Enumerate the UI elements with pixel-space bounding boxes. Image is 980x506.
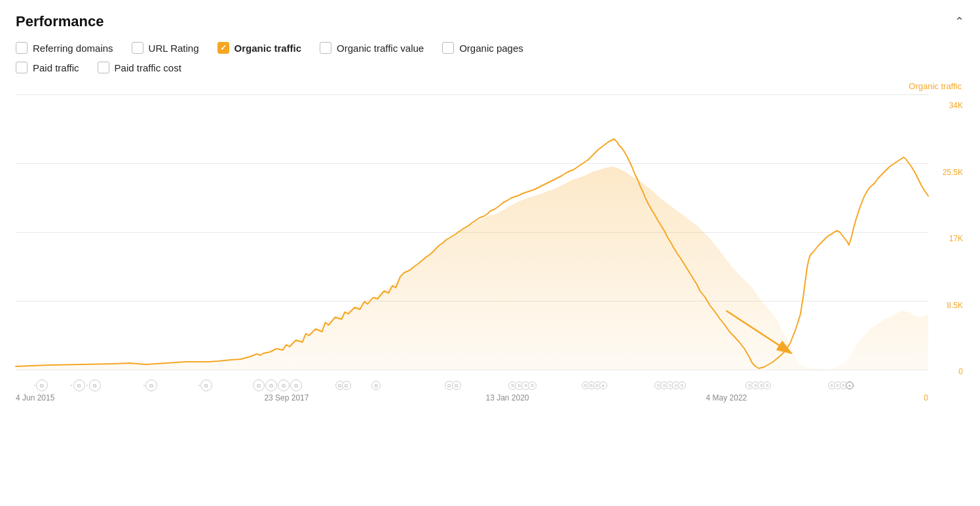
event-group-12: G G G G	[745, 381, 771, 389]
event-group-9: G G G G	[508, 381, 537, 390]
label-url-rating: URL Rating	[149, 43, 199, 54]
x-label-2022: 4 May 2022	[706, 393, 747, 402]
filter-row-2: Paid traffic Paid traffic cost	[16, 62, 964, 73]
chart-inner: G G G G G G G	[16, 94, 928, 370]
label-organic-traffic-value: Organic traffic value	[337, 43, 424, 54]
y-label-25k: 25.5K	[943, 168, 964, 177]
event-group-1: G	[34, 380, 48, 391]
event-group-6: G G	[335, 381, 351, 390]
y-label-17k: 17K	[949, 234, 964, 243]
chart-svg	[16, 94, 928, 370]
event-group-10: G G G a	[582, 381, 607, 389]
event-group-7: G	[371, 381, 381, 390]
chart-area: Organic traffic 34K 25.5K 17K 8.5K 0	[16, 81, 964, 402]
event-markers-row: G G G G G G G	[16, 378, 928, 393]
label-organic-pages: Organic pages	[459, 43, 523, 54]
checkbox-organic-pages[interactable]	[442, 42, 454, 54]
grid-line-bottom	[16, 370, 928, 370]
filter-url-rating[interactable]: URL Rating	[132, 42, 199, 54]
checkbox-url-rating[interactable]	[132, 42, 143, 54]
chart-legend: Organic traffic	[909, 81, 962, 91]
event-group-4: G	[198, 380, 212, 391]
label-paid-traffic-cost: Paid traffic cost	[115, 62, 181, 73]
checkbox-paid-traffic-cost[interactable]	[98, 62, 109, 73]
performance-panel: Performance ⌃ Referring domains URL Rati…	[0, 0, 980, 409]
label-referring-domains: Referring domains	[33, 43, 113, 54]
page-title: Performance	[16, 13, 104, 30]
x-label-2020: 13 Jan 2020	[485, 393, 529, 402]
y-axis: 34K 25.5K 17K 8.5K 0	[943, 101, 964, 376]
event-group-3: G	[143, 380, 157, 391]
x-label-2015: 4 Jun 2015	[16, 393, 54, 402]
filter-referring-domains[interactable]: Referring domains	[16, 42, 113, 54]
event-group-11: G G G G G	[654, 381, 686, 389]
event-group-8: G G	[445, 381, 461, 390]
panel-header: Performance ⌃	[16, 13, 964, 30]
filter-organic-traffic-value[interactable]: Organic traffic value	[320, 42, 424, 54]
filter-paid-traffic-cost[interactable]: Paid traffic cost	[98, 62, 181, 73]
checkbox-referring-domains[interactable]	[16, 42, 28, 54]
x-label-2017: 23 Sep 2017	[264, 393, 309, 402]
collapse-icon[interactable]: ⌃	[954, 14, 964, 29]
filter-organic-pages[interactable]: Organic pages	[442, 42, 523, 54]
checkbox-organic-traffic[interactable]	[217, 42, 229, 54]
event-group-13: G G G a	[828, 381, 854, 389]
filter-row-1: Referring domains URL Rating Organic tra…	[16, 42, 964, 54]
event-group-2: G G	[71, 380, 101, 391]
event-group-5: G G G G	[253, 380, 302, 391]
y-label-8k: 8.5K	[947, 301, 964, 310]
checkbox-paid-traffic[interactable]	[16, 62, 28, 73]
x-label-end: 0	[924, 393, 928, 402]
label-paid-traffic: Paid traffic	[33, 62, 79, 73]
checkbox-organic-traffic-value[interactable]	[320, 42, 331, 54]
filter-organic-traffic[interactable]: Organic traffic	[217, 42, 302, 54]
label-organic-traffic: Organic traffic	[235, 43, 302, 54]
filter-paid-traffic[interactable]: Paid traffic	[16, 62, 79, 73]
y-label-34k: 34K	[949, 101, 964, 110]
y-label-0: 0	[958, 367, 964, 376]
x-axis: 4 Jun 2015 23 Sep 2017 13 Jan 2020 4 May…	[16, 393, 928, 402]
